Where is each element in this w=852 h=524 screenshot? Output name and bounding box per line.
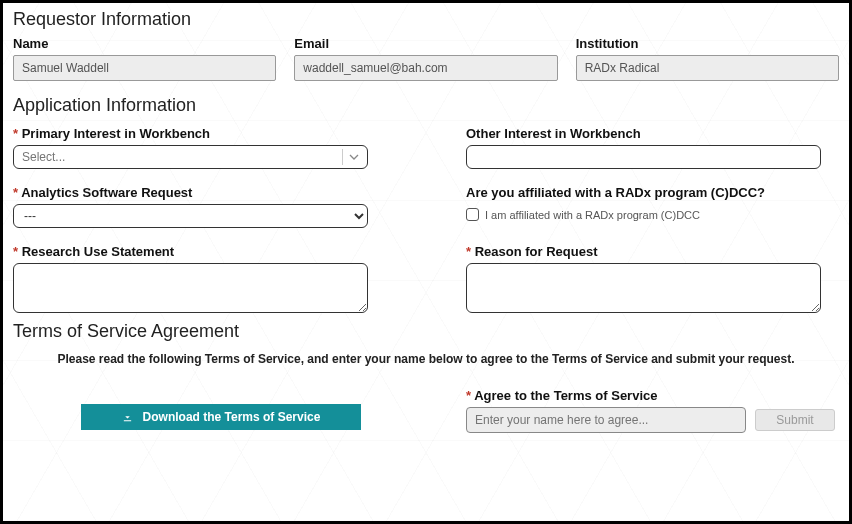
label-reason-request: Reason for Request bbox=[466, 244, 839, 259]
label-research-use: Research Use Statement bbox=[13, 244, 386, 259]
chevron-down-icon bbox=[349, 152, 359, 162]
label-primary-interest: Primary Interest in Workbench bbox=[13, 126, 386, 141]
institution-field bbox=[576, 55, 839, 81]
agree-tos-input[interactable] bbox=[466, 407, 746, 433]
download-tos-label: Download the Terms of Service bbox=[143, 410, 321, 424]
primary-interest-select[interactable]: Select... bbox=[13, 145, 368, 169]
submit-button[interactable]: Submit bbox=[755, 409, 835, 431]
label-agree-tos: Agree to the Terms of Service bbox=[466, 388, 839, 403]
tos-instruction: Please read the following Terms of Servi… bbox=[13, 352, 839, 366]
section-tos-title: Terms of Service Agreement bbox=[13, 321, 839, 342]
select-separator bbox=[342, 149, 343, 165]
affiliation-checkbox[interactable] bbox=[466, 208, 479, 221]
other-interest-input[interactable] bbox=[466, 145, 821, 169]
name-field bbox=[13, 55, 276, 81]
label-name: Name bbox=[13, 36, 276, 51]
section-application-title: Application Information bbox=[13, 95, 839, 116]
label-institution: Institution bbox=[576, 36, 839, 51]
reason-request-textarea[interactable] bbox=[466, 263, 821, 313]
download-icon bbox=[122, 412, 133, 423]
affiliation-checkbox-label: I am affiliated with a RADx program (C)D… bbox=[485, 209, 700, 221]
section-requestor-title: Requestor Information bbox=[13, 9, 839, 30]
primary-interest-value: Select... bbox=[22, 150, 65, 164]
label-affiliation-question: Are you affiliated with a RADx program (… bbox=[466, 185, 839, 200]
label-other-interest: Other Interest in Workbench bbox=[466, 126, 839, 141]
download-tos-button[interactable]: Download the Terms of Service bbox=[81, 404, 361, 430]
research-use-textarea[interactable] bbox=[13, 263, 368, 313]
email-field bbox=[294, 55, 557, 81]
label-analytics-request: Analytics Software Request bbox=[13, 185, 386, 200]
analytics-software-select[interactable]: --- bbox=[13, 204, 368, 228]
label-email: Email bbox=[294, 36, 557, 51]
